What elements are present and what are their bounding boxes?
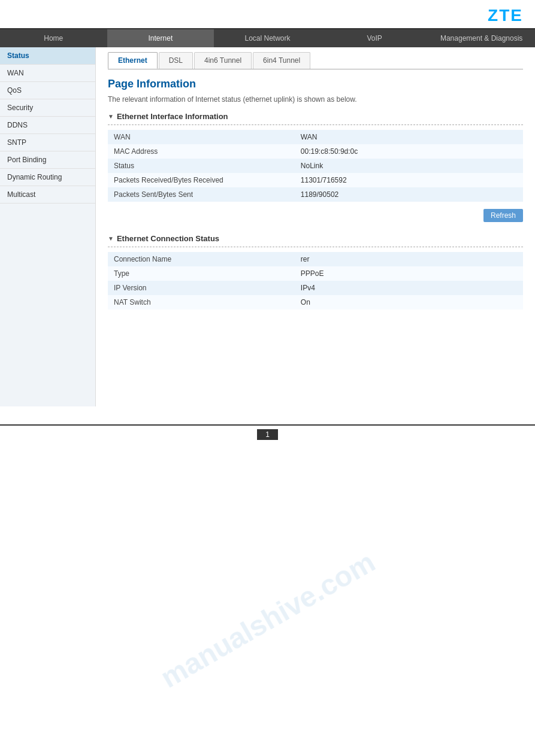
row-label: Packets Received/Bytes Received	[108, 173, 295, 187]
table-row: Packets Sent/Bytes Sent1189/90502	[108, 187, 523, 202]
section-arrow-icon: ▼	[108, 113, 114, 120]
nav-item-home[interactable]: Home	[0, 29, 107, 47]
ethernet-connection-section-header: ▼ Ethernet Connection Status	[108, 234, 523, 243]
row-label: Type	[108, 266, 295, 281]
table-row: Connection Namerer	[108, 252, 523, 266]
tab-dsl[interactable]: DSL	[159, 52, 193, 69]
row-label: Connection Name	[108, 252, 295, 266]
main-layout: StatusWANQoSSecurityDDNSSNTPPort Binding…	[0, 47, 535, 406]
ethernet-interface-table: WANWANMAC Address00:19:c8:50:9d:0cStatus…	[108, 130, 523, 202]
row-label: Packets Sent/Bytes Sent	[108, 187, 295, 202]
page-title: Page Information	[108, 78, 523, 90]
table-row: WANWAN	[108, 130, 523, 144]
row-label: NAT Switch	[108, 295, 295, 309]
sidebar-item-status[interactable]: Status	[0, 47, 95, 65]
nav-item-local-network[interactable]: Local Network	[214, 29, 321, 47]
content-area: EthernetDSL4in6 Tunnel6in4 Tunnel Page I…	[96, 47, 535, 406]
page-description: The relevant information of Internet sta…	[108, 95, 523, 104]
row-label: Status	[108, 159, 295, 173]
zte-logo: ZTE	[488, 6, 523, 25]
sidebar-item-wan[interactable]: WAN	[0, 65, 95, 82]
row-value: PPPoE	[295, 266, 523, 281]
ethernet-connection-title: Ethernet Connection Status	[117, 234, 219, 243]
tab-6in4-tunnel[interactable]: 6in4 Tunnel	[253, 52, 310, 69]
row-label: WAN	[108, 130, 295, 144]
ethernet-connection-table: Connection NamererTypePPPoEIP VersionIPv…	[108, 252, 523, 309]
refresh-container: Refresh	[108, 207, 523, 222]
header: ZTE	[0, 0, 535, 29]
sidebar-item-ddns[interactable]: DDNS	[0, 117, 95, 134]
nav-item-internet[interactable]: Internet	[107, 29, 214, 47]
nav-bar: HomeInternetLocal NetworkVoIPManagement …	[0, 29, 535, 47]
nav-item-management[interactable]: Management & Diagnosis	[428, 29, 535, 47]
sidebar-item-multicast[interactable]: Multicast	[0, 186, 95, 204]
row-value: 1189/90502	[295, 187, 523, 202]
row-label: IP Version	[108, 281, 295, 295]
refresh-button[interactable]: Refresh	[483, 209, 523, 222]
section-divider-2	[108, 247, 523, 247]
row-value: rer	[295, 252, 523, 266]
tab-ethernet[interactable]: Ethernet	[108, 52, 158, 69]
row-value: IPv4	[295, 281, 523, 295]
nav-item-voip[interactable]: VoIP	[321, 29, 428, 47]
row-label: MAC Address	[108, 144, 295, 159]
section-arrow-icon-2: ▼	[108, 235, 114, 242]
row-value: WAN	[295, 130, 523, 144]
table-row: IP VersionIPv4	[108, 281, 523, 295]
table-row: MAC Address00:19:c8:50:9d:0c	[108, 144, 523, 159]
row-value: 11301/716592	[295, 173, 523, 187]
sidebar-item-dynamic-routing[interactable]: Dynamic Routing	[0, 169, 95, 186]
section-divider-1	[108, 125, 523, 125]
tab-4in6-tunnel[interactable]: 4in6 Tunnel	[194, 52, 252, 69]
footer: 1	[0, 424, 535, 444]
sidebar: StatusWANQoSSecurityDDNSSNTPPort Binding…	[0, 47, 96, 406]
row-value: 00:19:c8:50:9d:0c	[295, 144, 523, 159]
sidebar-item-sntp[interactable]: SNTP	[0, 134, 95, 151]
sidebar-item-qos[interactable]: QoS	[0, 82, 95, 99]
ethernet-interface-title: Ethernet Interface Information	[117, 112, 228, 121]
ethernet-interface-section-header: ▼ Ethernet Interface Information	[108, 112, 523, 121]
table-row: Packets Received/Bytes Received11301/716…	[108, 173, 523, 187]
table-row: NAT SwitchOn	[108, 295, 523, 309]
sidebar-item-port-binding[interactable]: Port Binding	[0, 151, 95, 169]
table-row: TypePPPoE	[108, 266, 523, 281]
tabs: EthernetDSL4in6 Tunnel6in4 Tunnel	[108, 47, 523, 69]
row-value: On	[295, 295, 523, 309]
sidebar-item-security[interactable]: Security	[0, 99, 95, 117]
footer-page-number: 1	[257, 429, 278, 440]
table-row: StatusNoLink	[108, 159, 523, 173]
row-value: NoLink	[295, 159, 523, 173]
